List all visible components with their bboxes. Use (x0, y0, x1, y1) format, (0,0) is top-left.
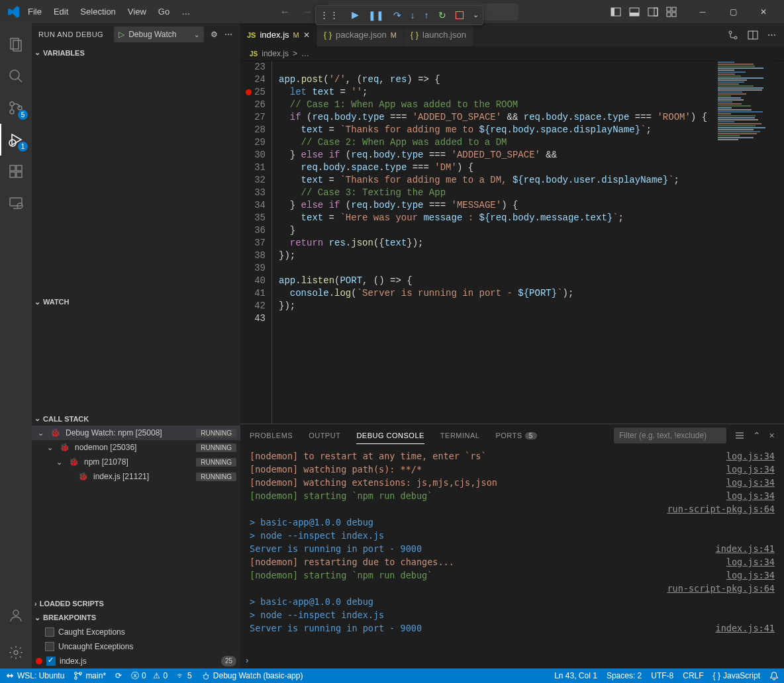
status-spaces[interactable]: Spaces: 2 (607, 671, 642, 680)
panel-tab-output[interactable]: OUTPUT (309, 432, 340, 439)
editor-tab[interactable]: { }package.jsonM (317, 23, 404, 46)
console-source-link[interactable]: log.js:34 (726, 555, 775, 569)
minimize-icon[interactable]: ─ (687, 0, 718, 23)
console-source-link[interactable]: log.js:34 (726, 476, 775, 489)
clear-console-icon[interactable]: ⌃ (753, 430, 761, 441)
status-remote[interactable]: WSL: Ubuntu (5, 671, 64, 680)
breakpoint-uncaught[interactable]: Uncaught Exceptions (32, 639, 240, 654)
status-notifications-icon[interactable] (769, 671, 779, 680)
close-icon[interactable]: ✕ (748, 0, 779, 23)
pause-icon[interactable]: ❚❚ (368, 10, 384, 21)
svg-point-38 (203, 674, 208, 679)
explorer-icon[interactable] (0, 28, 32, 60)
step-into-icon[interactable]: ↓ (411, 10, 415, 21)
editor-tab[interactable]: JSindex.jsM✕ (240, 23, 317, 46)
status-sync[interactable]: ⟳ (115, 671, 122, 680)
continue-icon[interactable]: ▶ (352, 9, 359, 21)
settings-gear-icon[interactable] (0, 637, 32, 668)
menu-selection[interactable]: Selection (75, 4, 121, 19)
breakpoint-file[interactable]: index.js25 (32, 654, 240, 668)
panel-tab-debug-console[interactable]: DEBUG CONSOLE (356, 432, 424, 444)
status-cursor-pos[interactable]: Ln 43, Col 1 (554, 671, 597, 680)
editor-tab[interactable]: { }launch.json (404, 23, 473, 46)
code-content[interactable]: app.post('/', (req, res) => { let text =… (279, 61, 784, 424)
panel-tab-ports[interactable]: PORTS5 (495, 432, 536, 439)
maximize-icon[interactable]: ▢ (718, 0, 748, 23)
console-line: [nodemon] watching path(s): **/*log.js:3… (250, 463, 775, 476)
close-tab-icon[interactable]: ✕ (303, 30, 310, 40)
console-source-link[interactable]: index.js:41 (716, 542, 775, 555)
callstack-item[interactable]: ⌄🐞nodemon [25036]RUNNING (32, 440, 240, 455)
menu-view[interactable]: View (122, 4, 152, 19)
breakpoint-caught[interactable]: Caught Exceptions (32, 625, 240, 639)
breakpoint-marker-icon[interactable] (246, 89, 252, 95)
minimap[interactable] (715, 61, 775, 424)
status-debug[interactable]: Debug Watch (basic-app) (201, 671, 303, 680)
console-filter-input[interactable] (614, 428, 726, 443)
callstack-item[interactable]: 🐞index.js [21121]RUNNING (32, 469, 240, 484)
checkbox-icon[interactable] (46, 657, 56, 666)
configure-gear-icon[interactable]: ⚙ (211, 30, 218, 39)
code-editor[interactable]: 2324252627282930313233343536373839404142… (240, 61, 784, 424)
run-debug-icon[interactable]: 1 (0, 124, 32, 156)
callstack-item[interactable]: ⌄🐞Debug Watch: npm [25008]RUNNING (32, 426, 240, 440)
console-source-link[interactable]: log.js:34 (726, 489, 775, 502)
compare-changes-icon[interactable] (728, 30, 738, 40)
customize-layout-icon[interactable] (666, 7, 677, 17)
step-out-icon[interactable]: ↑ (424, 10, 429, 21)
json-file-icon: { } (411, 30, 418, 40)
panel-tab-terminal[interactable]: TERMINAL (440, 432, 480, 439)
nav-forward-icon[interactable]: → (303, 6, 313, 18)
console-source-link[interactable]: log.js:34 (726, 463, 775, 476)
status-encoding[interactable]: UTF-8 (651, 671, 673, 680)
toggle-panel-icon[interactable] (629, 7, 640, 17)
status-branch[interactable]: main* (74, 671, 106, 680)
source-control-icon[interactable]: 5 (0, 92, 32, 124)
callstack-label: Debug Watch: npm [25008] (66, 428, 162, 437)
stop-icon[interactable] (456, 11, 464, 19)
callstack-item[interactable]: ⌄🐞npm [21078]RUNNING (32, 455, 240, 469)
status-errors[interactable]: ⓧ 0 ⚠ 0 (131, 670, 168, 682)
restart-icon[interactable]: ↻ (438, 10, 446, 21)
debug-config-selector[interactable]: ▷ Debug Watch ⌄ (114, 26, 204, 42)
checkbox-icon[interactable] (45, 642, 54, 651)
nav-back-icon[interactable]: ← (280, 6, 291, 18)
extensions-icon[interactable] (0, 156, 32, 187)
console-source-link[interactable]: log.js:34 (726, 449, 775, 463)
menu-file[interactable]: File (23, 4, 47, 19)
debug-console-body[interactable]: [nodemon] to restart at any time, enter … (240, 447, 784, 651)
section-breakpoints[interactable]: ⌄BREAKPOINTS (32, 611, 240, 625)
section-loaded-scripts[interactable]: ›LOADED SCRIPTS (32, 596, 240, 610)
close-panel-icon[interactable]: ✕ (769, 432, 775, 440)
checkbox-icon[interactable] (45, 627, 54, 637)
status-radio[interactable]: ᯤ 5 (177, 671, 192, 680)
console-source-link[interactable]: index.js:41 (716, 621, 775, 635)
search-bar-icon[interactable] (0, 60, 32, 92)
status-eol[interactable]: CRLF (683, 671, 703, 680)
split-editor-icon[interactable] (748, 30, 758, 40)
more-tab-actions-icon[interactable]: ⋯ (767, 30, 776, 40)
status-language[interactable]: { } JavaScript (713, 671, 760, 680)
tree-view-icon[interactable] (734, 430, 745, 441)
more-actions-icon[interactable]: ⋯ (224, 30, 234, 39)
menu-edit[interactable]: Edit (48, 4, 74, 19)
section-variables[interactable]: ⌄VARIABLES (32, 46, 240, 60)
console-source-link[interactable]: log.js:34 (726, 569, 775, 582)
repl-input[interactable]: › (240, 651, 784, 668)
remote-explorer-icon[interactable] (0, 187, 32, 219)
menu-more[interactable]: … (176, 4, 195, 19)
section-callstack[interactable]: ⌄CALL STACK (32, 412, 240, 426)
menu-go[interactable]: Go (153, 4, 175, 19)
section-watch[interactable]: ⌄WATCH (32, 295, 240, 308)
debug-target-chevron-icon[interactable]: ⌄ (473, 11, 479, 19)
accounts-icon[interactable] (0, 600, 32, 631)
panel-tab-problems[interactable]: PROBLEMS (250, 432, 293, 439)
drag-handle-icon[interactable]: ⋮⋮ (320, 10, 340, 20)
breadcrumb[interactable]: JS index.js > … (240, 46, 784, 61)
toggle-secondary-sidebar-icon[interactable] (648, 7, 658, 17)
console-source-link[interactable]: run-script-pkg.js:64 (667, 502, 775, 516)
step-over-icon[interactable]: ↷ (393, 10, 401, 21)
tab-label: index.js (260, 30, 289, 40)
console-source-link[interactable]: run-script-pkg.js:64 (667, 582, 775, 595)
toggle-primary-sidebar-icon[interactable] (611, 7, 621, 17)
